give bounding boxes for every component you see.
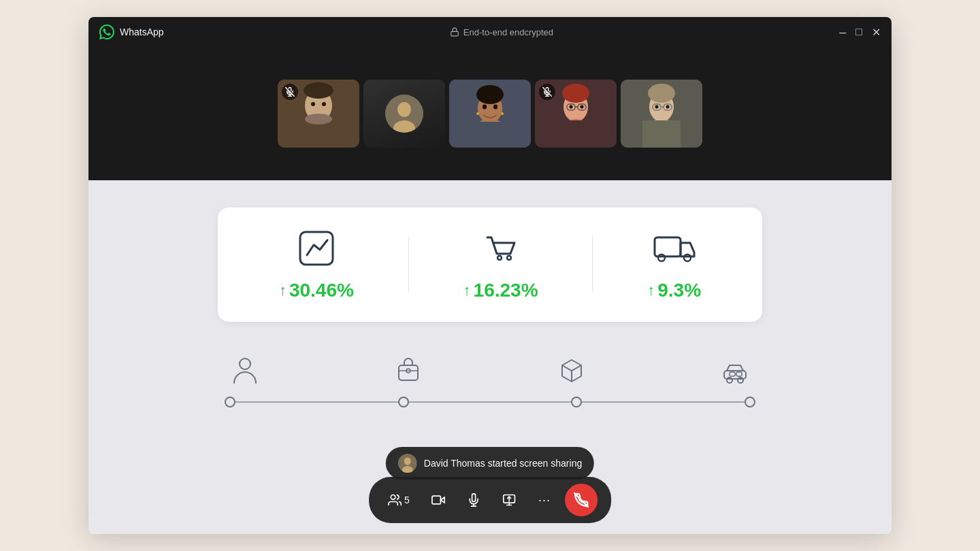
svg-point-66	[391, 495, 395, 500]
encryption-label: End-to-end endcrypted	[463, 27, 553, 37]
toast-avatar	[398, 454, 417, 473]
svg-point-64	[404, 458, 411, 465]
stat-divider-1	[408, 237, 409, 292]
timeline-dot-1	[225, 397, 235, 407]
participant-video-1[interactable]	[278, 80, 359, 148]
truck-icon	[651, 228, 698, 269]
svg-point-47	[666, 105, 670, 109]
maximize-button[interactable]: □	[855, 26, 862, 38]
main-content: ↑ 30.46% ↑ 16.23%	[88, 180, 892, 534]
camera-button[interactable]	[423, 485, 453, 515]
svg-point-5	[305, 114, 332, 124]
stat-arrow-1: ↑	[279, 282, 287, 299]
title-bar-left: WhatsApp	[99, 24, 164, 39]
video-strip	[88, 47, 892, 180]
stat-item-3: ↑ 9.3%	[647, 228, 701, 301]
minimize-button[interactable]: –	[839, 25, 846, 39]
svg-point-7	[311, 102, 315, 106]
timeline-icon-person	[225, 356, 265, 386]
stats-card: ↑ 30.46% ↑ 16.23%	[218, 207, 762, 322]
svg-rect-62	[736, 372, 742, 376]
timeline-line-row	[218, 397, 762, 407]
participants-count-label: 5	[404, 495, 410, 505]
participant-video-4[interactable]	[535, 80, 617, 148]
svg-point-20	[478, 93, 502, 101]
svg-point-6	[304, 82, 333, 99]
svg-rect-68	[432, 496, 440, 504]
svg-point-50	[507, 256, 511, 260]
call-controls: 5	[369, 477, 611, 523]
svg-point-33	[570, 105, 573, 109]
stat-item-1: ↑ 30.46%	[279, 228, 354, 301]
mute-badge-4	[539, 84, 555, 100]
stat-value-1: ↑ 30.46%	[279, 280, 354, 301]
svg-point-21	[483, 105, 487, 110]
stat-arrow-3: ↑	[647, 282, 655, 299]
svg-point-34	[581, 105, 584, 109]
chart-icon	[296, 228, 337, 269]
svg-rect-18	[471, 122, 509, 148]
participant-video-3[interactable]	[449, 80, 531, 148]
more-options-button[interactable]: ···	[529, 485, 559, 515]
svg-point-8	[322, 102, 326, 106]
stat-divider-2	[592, 237, 593, 292]
app-window: WhatsApp End-to-end endcrypted – □ ✕	[88, 17, 892, 534]
svg-rect-41	[642, 120, 681, 148]
end-call-button[interactable]	[565, 484, 598, 516]
svg-point-13	[397, 102, 411, 117]
title-bar-controls: – □ ✕	[839, 25, 881, 39]
screenshare-button[interactable]	[494, 485, 524, 515]
svg-point-29	[562, 84, 589, 103]
participants-button[interactable]: 5	[382, 485, 418, 515]
timeline-icon-box	[551, 356, 592, 386]
more-options-icon: ···	[538, 493, 551, 507]
timeline-icons	[218, 356, 762, 386]
svg-point-49	[497, 256, 502, 260]
camera-icon	[431, 493, 445, 507]
participant-video-5[interactable]	[621, 80, 702, 148]
toast-text: David Thomas started screen sharing	[424, 458, 582, 469]
lock-icon	[450, 27, 459, 37]
title-bar-center: End-to-end endcrypted	[164, 27, 840, 37]
screen-share-toast: David Thomas started screen sharing	[386, 447, 594, 480]
participants-icon	[388, 493, 402, 507]
svg-rect-28	[557, 120, 595, 148]
microphone-off-icon-4	[542, 87, 552, 97]
microphone-icon	[467, 493, 480, 507]
timeline-dot-2	[398, 397, 409, 407]
timeline-line-3	[582, 401, 745, 403]
face-icon-5	[621, 80, 702, 148]
timeline-dot-3	[571, 397, 582, 407]
svg-rect-61	[730, 372, 735, 376]
timeline-dot-4	[745, 397, 755, 407]
stat-value-2: ↑ 16.23%	[463, 280, 538, 301]
svg-point-22	[493, 105, 497, 110]
stat-arrow-2: ↑	[463, 282, 471, 299]
timeline-line-1	[235, 401, 398, 403]
svg-rect-51	[655, 237, 681, 256]
timeline-section	[218, 356, 762, 407]
stat-item-2: ↑ 16.23%	[463, 228, 538, 301]
microphone-button[interactable]	[459, 485, 489, 515]
close-button[interactable]: ✕	[872, 26, 881, 39]
end-call-icon	[574, 492, 589, 507]
stat-value-3: ↑ 9.3%	[647, 280, 701, 301]
whatsapp-logo-icon	[99, 24, 114, 39]
svg-point-54	[240, 358, 250, 369]
cart-icon	[480, 228, 521, 269]
timeline-line-2	[409, 401, 572, 403]
screenshare-icon	[502, 493, 516, 507]
timeline-icon-car	[715, 356, 755, 386]
mute-badge-1	[282, 84, 298, 100]
microphone-off-icon-1	[285, 87, 295, 97]
title-bar: WhatsApp End-to-end endcrypted – □ ✕	[88, 17, 892, 47]
app-title: WhatsApp	[120, 27, 164, 37]
participant-video-2[interactable]	[363, 80, 445, 148]
avatar-2	[385, 95, 423, 133]
svg-point-24	[501, 112, 504, 115]
svg-rect-0	[451, 31, 459, 35]
svg-point-42	[648, 84, 675, 103]
timeline-icon-bag	[388, 356, 429, 386]
svg-point-23	[476, 112, 479, 115]
face-icon-3	[449, 80, 531, 148]
